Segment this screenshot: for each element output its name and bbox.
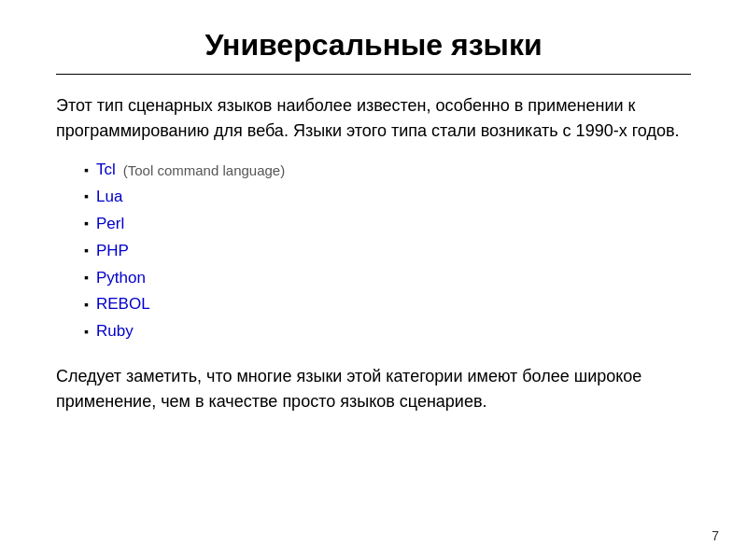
page-number: 7: [712, 528, 719, 543]
footer-paragraph: Следует заметить, что многие языки этой …: [56, 364, 691, 414]
list-item-label: REBOL: [96, 291, 150, 318]
slide: Универсальные языки Этот тип сценарных я…: [0, 0, 747, 560]
list-item-sublabel: (Tool command language): [123, 159, 285, 183]
list-item-label: Tcl: [96, 157, 116, 184]
list-item: REBOL: [84, 291, 691, 318]
intro-paragraph: Этот тип сценарных языков наиболее извес…: [56, 93, 691, 144]
list-item-label: PHP: [96, 238, 129, 265]
list-item: PHP: [84, 238, 691, 265]
list-item: Perl: [84, 211, 691, 238]
list-item: Lua: [84, 184, 691, 211]
list-item: Ruby: [84, 318, 691, 345]
list-item-label: Ruby: [96, 318, 134, 345]
list-item-label: Lua: [96, 184, 122, 211]
list-item-label: Python: [96, 265, 146, 292]
slide-title: Универсальные языки: [56, 28, 691, 63]
languages-list: Tcl (Tool command language) Lua Perl PHP…: [56, 157, 691, 345]
title-divider: [56, 74, 691, 75]
list-item: Python: [84, 265, 691, 292]
list-item: Tcl (Tool command language): [84, 157, 691, 184]
list-item-label: Perl: [96, 211, 124, 238]
